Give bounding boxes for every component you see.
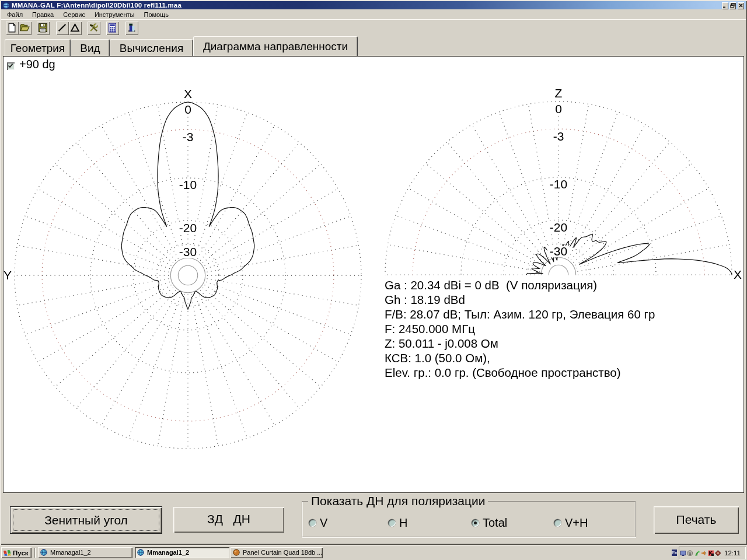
menu-item-4[interactable]: Помощь — [139, 10, 173, 19]
ring-label: -30 — [179, 245, 197, 258]
ring-label: -20 — [550, 220, 567, 234]
grid-spoke — [25, 216, 170, 268]
grid-spoke — [577, 244, 729, 271]
ring-label: 0 — [555, 102, 562, 116]
grid-spoke — [206, 216, 351, 268]
button-bevel — [173, 507, 284, 533]
new-document-icon — [7, 23, 17, 33]
toolbar-button-new-document[interactable] — [6, 22, 19, 35]
menu-item-3[interactable]: Инструменты — [90, 10, 139, 19]
grid-spoke — [409, 188, 542, 265]
toolbar-button-open-folder[interactable] — [19, 22, 32, 35]
grid-spoke — [18, 279, 169, 306]
menu-item-1[interactable]: Правка — [27, 10, 58, 19]
toolbar-button-draw-line[interactable] — [56, 22, 69, 35]
grid-spoke — [128, 293, 181, 438]
start-button[interactable]: Пуск — [1, 547, 32, 558]
app-window: MMANA-GAL F:\Antenn\dipol\20Dbi\100 refl… — [0, 0, 747, 545]
task-button-2[interactable]: Panel Curtain Quad 18db ... — [231, 547, 323, 559]
grid-ring-0dB — [385, 102, 732, 448]
restore-button[interactable] — [729, 2, 736, 9]
polarization-groupbox: Показать ДН для поляризации VHTotalV+H — [302, 501, 636, 537]
ring-label: -10 — [550, 177, 567, 191]
menu-item-2[interactable]: Сервис — [58, 10, 90, 19]
grid-spoke — [38, 285, 172, 362]
grid-spoke — [472, 125, 549, 258]
restore-icon — [730, 3, 735, 8]
title-bar[interactable]: MMANA-GAL F:\Antenn\dipol\20Dbi\100 refl… — [1, 1, 746, 9]
pattern-view-icon — [127, 23, 137, 33]
ring-label: -3 — [553, 130, 564, 143]
radio-polarization-H[interactable]: H — [388, 517, 407, 528]
checkmark-icon — [8, 63, 13, 69]
panel-icon — [233, 549, 240, 556]
language-indicator[interactable]: En — [672, 550, 677, 556]
menu-bar: ФайлПравкаСервисИнструментыПомощь — [1, 10, 746, 19]
draw-triangle-icon — [70, 23, 80, 33]
toolbar-button-pattern-view[interactable] — [125, 22, 138, 35]
toolbar-button-calculator[interactable] — [106, 22, 119, 35]
task-button-label: Mmanagal1_2 — [147, 549, 189, 556]
volume-icon[interactable] — [701, 550, 707, 556]
minimize-button[interactable] — [722, 2, 728, 9]
grid-spoke — [388, 244, 540, 271]
tab-0[interactable]: Геометрия — [5, 39, 71, 56]
toolbar-button-save[interactable] — [37, 22, 50, 35]
grid-spoke — [207, 245, 358, 272]
ring-label: 0 — [184, 103, 191, 116]
radio-polarization-VplusH[interactable]: V+H — [554, 517, 588, 528]
ring-label: -30 — [550, 244, 567, 258]
tools-icon — [89, 23, 99, 33]
calculator-icon — [107, 23, 117, 33]
results-text: Ga : 20.34 dBi = 0 dB (V поляризация) Gh… — [385, 278, 655, 380]
focus-rectangle — [13, 509, 159, 531]
plus90-checkbox-label[interactable]: +90 dg — [19, 58, 55, 71]
grid-spoke — [25, 282, 170, 334]
grid-spoke — [568, 125, 645, 258]
radio-polarization-Total[interactable]: Total — [472, 517, 507, 528]
toolbar — [1, 19, 746, 36]
windows-logo-icon — [3, 549, 11, 556]
radio-circle — [554, 519, 561, 527]
window-title: MMANA-GAL F:\Antenn\dipol\20Dbi\100 refl… — [12, 1, 181, 10]
print-button[interactable]: Печать — [654, 506, 739, 534]
tab-3[interactable]: Диаграмма направленности — [193, 36, 358, 56]
stylexp-icon[interactable]: S — [687, 550, 693, 556]
network-icon[interactable] — [694, 550, 700, 556]
tray-icons: S — [679, 550, 721, 556]
inner-ring--40dB — [170, 258, 205, 292]
toolbar-button-tools[interactable] — [88, 22, 100, 35]
pattern-3d-button[interactable]: ЗД ДН — [173, 507, 284, 533]
bottom-control-bar: Зенитный угол ЗД ДН Печать Показать ДН д… — [0, 494, 747, 544]
tab-2[interactable]: Вычисления — [110, 39, 193, 56]
grid-spoke — [396, 215, 540, 268]
task-button-1[interactable]: Mmanagal1_2 — [135, 547, 229, 559]
radio-circle — [309, 519, 316, 527]
radio-label: V+H — [565, 516, 588, 530]
taskbar-divider — [34, 548, 36, 558]
minimize-icon — [722, 3, 728, 8]
system-tray: S 12:11 — [679, 547, 746, 559]
draw-line-icon — [57, 23, 67, 33]
ring-label: -10 — [179, 178, 197, 191]
radio-label: V — [320, 516, 327, 530]
tray-clock[interactable]: 12:11 — [724, 550, 741, 556]
tab-strip: ГеометрияВидВычисленияДиаграмма направле… — [0, 36, 747, 56]
security-icon[interactable] — [715, 550, 721, 556]
tab-1[interactable]: Вид — [71, 39, 110, 56]
plus90-checkbox[interactable] — [7, 62, 15, 70]
window-controls — [722, 2, 744, 9]
display-icon[interactable] — [680, 550, 686, 556]
grid-spoke — [198, 125, 275, 259]
toolbar-button-draw-triangle[interactable] — [69, 22, 82, 35]
grid-spoke — [194, 113, 247, 257]
menu-item-0[interactable]: Файл — [2, 10, 27, 19]
zenith-angle-button[interactable]: Зенитный угол — [10, 506, 162, 534]
antivirus-icon[interactable] — [708, 550, 714, 556]
task-button-0[interactable]: Mmanagal1_2 — [38, 547, 132, 559]
radio-polarization-V[interactable]: V — [309, 517, 327, 528]
ring-label: -20 — [179, 221, 197, 235]
close-button[interactable] — [738, 2, 744, 9]
elevation-pattern: 0-3-10-20-30ZX — [385, 86, 742, 448]
grid-spoke — [207, 279, 358, 306]
